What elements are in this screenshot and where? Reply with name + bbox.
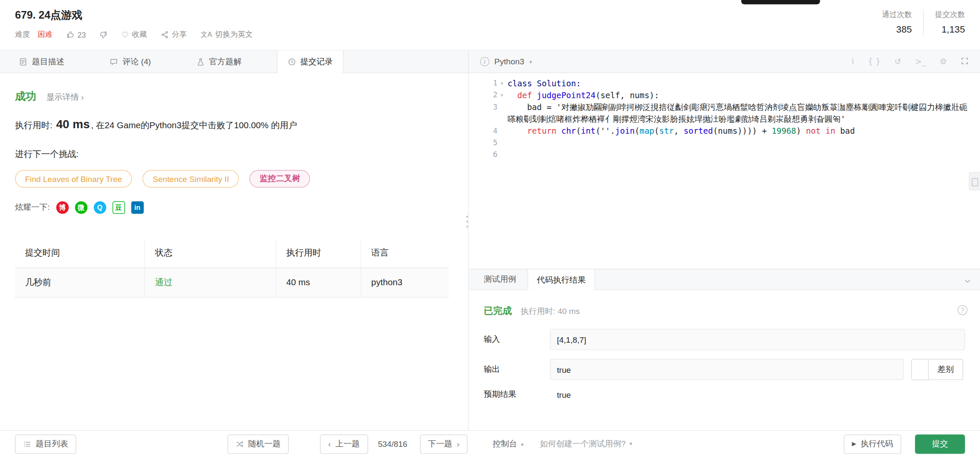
diff-control: 差别 xyxy=(911,359,963,380)
language-info-icon: i xyxy=(480,57,489,66)
terminal-icon[interactable]: >_ xyxy=(915,57,926,66)
random-question-button[interactable]: 随机一题 xyxy=(227,434,289,454)
code-line: 6 xyxy=(469,149,980,161)
accepted-stat: 通过次数 385 xyxy=(882,9,912,50)
switch-language-label: 切换为英文 xyxy=(215,29,253,40)
show-details-link[interactable]: 显示详情 › xyxy=(46,92,84,103)
runtime-prefix: 执行用时: xyxy=(15,120,55,130)
table-cell: 40 ms xyxy=(276,268,361,297)
diff-button[interactable]: 差别 xyxy=(929,359,963,380)
tab-run-result[interactable]: 代码执行结果 xyxy=(528,270,595,290)
code-editor[interactable]: 1▾class Solution:2▾ def judgePoint24(sel… xyxy=(469,73,980,269)
flask-icon xyxy=(196,57,205,66)
submissions-count: 1,135 xyxy=(935,24,965,34)
like-button[interactable]: 23 xyxy=(66,30,86,39)
fold-spacer xyxy=(498,149,506,161)
collapse-console-icon[interactable] xyxy=(964,276,972,288)
wechat-icon[interactable]: 微 xyxy=(75,201,88,214)
copy-code-widget[interactable] xyxy=(969,172,980,190)
main-area: 成功 显示详情 › 执行用时: 40 ms, 在24 Game的Python3提… xyxy=(0,73,980,430)
input-label: 输入 xyxy=(484,334,550,345)
tab-comments[interactable]: 评论 (4) xyxy=(99,51,161,73)
table-header-cell: 执行用时 xyxy=(276,239,361,268)
linkedin-icon[interactable]: in xyxy=(131,201,144,214)
problem-header: 679. 24点游戏 难度 困难 23 ♡ 收藏 xyxy=(0,0,980,50)
share-button[interactable]: 分享 xyxy=(161,29,187,40)
chevron-right-icon: › xyxy=(81,93,84,102)
run-runtime: 执行用时: 40 ms xyxy=(520,306,580,317)
expected-label: 预期结果 xyxy=(484,389,550,400)
run-status: 已完成 xyxy=(484,305,512,317)
submission-row[interactable]: 几秒前通过40 mspython3 xyxy=(15,268,449,297)
share-icon xyxy=(161,30,169,39)
format-code-icon[interactable]: { } xyxy=(868,57,881,66)
code-line: 5 xyxy=(469,137,980,149)
fold-spacer xyxy=(498,137,506,149)
console-tab-bar: 测试用例 代码执行结果 xyxy=(469,269,980,290)
dislike-button[interactable] xyxy=(100,30,108,39)
douban-icon[interactable]: 豆 xyxy=(112,201,125,214)
bottom-bar: 题目列表 随机一题 ‹ 上一题 534/816 下一题 › 控制台 ▴ 如何创建… xyxy=(0,430,980,457)
howto-testcase-link[interactable]: 如何创建一个测试用例? ▾ xyxy=(540,438,632,450)
challenge-pill[interactable]: 监控二叉树 xyxy=(250,170,310,187)
thumb-down-icon xyxy=(100,30,108,39)
settings-gear-icon[interactable]: ⚙ xyxy=(939,57,947,66)
fold-caret-icon[interactable]: ▾ xyxy=(498,77,506,89)
tab-description[interactable]: 题目描述 xyxy=(9,51,74,73)
fold-caret-icon[interactable]: ▾ xyxy=(498,89,506,101)
console-toggle[interactable]: 控制台 ▴ xyxy=(493,438,523,450)
tab-testcase[interactable]: 测试用例 xyxy=(475,270,525,289)
show-details-label: 显示详情 xyxy=(46,93,79,102)
console-toggle-label: 控制台 xyxy=(493,438,517,450)
fold-spacer xyxy=(498,125,506,137)
language-selector[interactable]: i Python3 ▾ xyxy=(480,57,532,66)
next-question-button[interactable]: 下一题 › xyxy=(420,434,468,454)
fullscreen-icon[interactable] xyxy=(961,57,969,67)
challenge-pill[interactable]: Find Leaves of Binary Tree xyxy=(15,170,132,187)
panel-resize-handle[interactable] xyxy=(466,216,468,228)
weibo-icon[interactable]: 博 xyxy=(56,201,68,214)
code-lines: 1▾class Solution:2▾ def judgePoint24(sel… xyxy=(469,77,980,160)
tab-label: 评论 (4) xyxy=(123,56,151,67)
diff-checkbox[interactable] xyxy=(911,359,928,380)
favorite-button[interactable]: ♡ 收藏 xyxy=(121,29,147,40)
console-body: 已完成 执行用时: 40 ms ? 输入 [4,1,8,7] 输出 true 差… xyxy=(469,290,980,430)
prev-question-button[interactable]: ‹ 上一题 xyxy=(320,434,368,454)
submissions-label: 提交次数 xyxy=(935,9,965,20)
tab-submissions[interactable]: 提交记录 xyxy=(276,51,343,73)
translate-icon: 文A xyxy=(201,30,212,39)
submissions-table-body: 几秒前通过40 mspython3 xyxy=(15,268,449,297)
tab-label: 题目描述 xyxy=(32,56,64,67)
next-question-label: 下一题 xyxy=(428,438,452,450)
qq-icon[interactable]: Q xyxy=(93,201,106,214)
reset-code-icon[interactable]: ↺ xyxy=(895,57,901,66)
input-field[interactable]: [4,1,8,7] xyxy=(550,329,965,350)
question-progress: 534/816 xyxy=(378,439,407,449)
submit-button[interactable]: 提交 xyxy=(915,434,965,454)
problem-list-button[interactable]: 题目列表 xyxy=(15,434,76,454)
tab-solution[interactable]: 官方题解 xyxy=(186,51,252,73)
chevron-down-icon: ▾ xyxy=(529,58,532,65)
chevron-left-icon: ‹ xyxy=(328,440,331,449)
challenge-pill[interactable]: Sentence Similarity II xyxy=(143,170,239,187)
switch-language-button[interactable]: 文A 切换为英文 xyxy=(201,29,253,40)
output-field[interactable]: true xyxy=(550,359,904,380)
line-number: 2▾ xyxy=(469,89,506,101)
table-cell: 几秒前 xyxy=(15,268,145,297)
line-number: 4 xyxy=(469,125,506,137)
favorite-label: 收藏 xyxy=(132,29,147,40)
social-icons: 博微Q豆in xyxy=(56,201,143,214)
runtime-suffix: , 在24 Game的Python3提交中击败了100.00% 的用户 xyxy=(91,120,297,130)
top-dark-strip xyxy=(741,0,820,4)
info-icon[interactable]: i xyxy=(852,57,854,66)
submissions-table-head-row: 提交时间状态执行用时语言 xyxy=(15,239,449,268)
help-icon[interactable]: ? xyxy=(958,305,968,315)
like-count: 23 xyxy=(77,30,86,39)
difficulty-label: 难度 xyxy=(15,29,30,40)
line-number: 3 xyxy=(469,101,506,125)
run-code-button[interactable]: ▶ 执行代码 xyxy=(844,434,901,454)
tab-label: 官方题解 xyxy=(209,56,241,67)
table-cell[interactable]: 通过 xyxy=(145,268,276,297)
caret-down-icon: ▾ xyxy=(630,441,632,447)
line-number: 5 xyxy=(469,137,506,149)
